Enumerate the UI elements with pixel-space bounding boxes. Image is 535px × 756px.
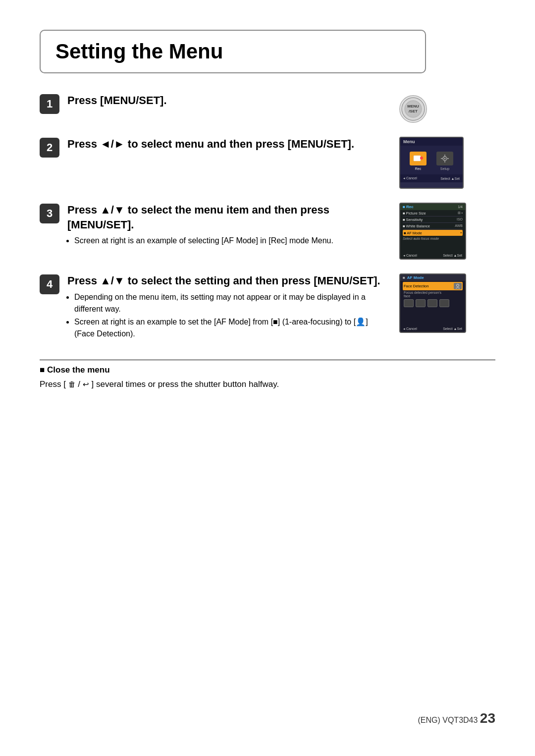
page-footer: (ENG) VQT3D43 23 [418,710,495,726]
back-icon: ↩ [83,380,89,388]
step-3-row: 3 Press ▲/▼ to select the menu item and … [40,203,495,260]
screen-3: ■ Rec 1/4 ■ Picture Size⊞ • ■ Sensitivit… [399,203,466,260]
step-3-badge: 3 [40,204,59,223]
step-4-image: ■ AF Mode Face Detection Focus detected … [399,273,466,333]
svg-text:MENU: MENU [407,104,419,108]
page-container: Setting the Menu 1 Press [MENU/SET]. MEN… [0,0,535,756]
screen-2: Menu Rec [399,137,464,189]
svg-point-7 [444,158,446,160]
step-1-badge: 1 [40,94,59,114]
step-2-content: Press ◄/► to select menu and then press … [67,137,384,154]
step-1-content: Press [MENU/SET]. [67,93,384,110]
step-3-content: Press ▲/▼ to select the menu item and th… [67,203,384,248]
step-4-badge: 4 [40,274,59,294]
close-menu-title: ■ Close the menu [40,365,495,375]
step-4-title: Press ▲/▼ to select the setting and then… [67,273,384,288]
step-1-row: 1 Press [MENU/SET]. MENU /SET [40,93,495,123]
step-3-bullet-1: Screen at right is an example of selecti… [74,235,384,247]
step-4-bullet-2: Screen at right is an example to set the… [74,316,384,340]
step-4-bullet-1: Depending on the menu item, its setting … [74,291,384,315]
trash-icon: 🗑 [68,380,76,388]
menu-set-icon: MENU /SET [399,95,427,123]
title-box: Setting the Menu [40,30,426,73]
close-menu-text: Press [ 🗑 / ↩ ] several times or press t… [40,378,495,391]
step-2-image: Menu Rec [399,137,464,189]
screen-4: ■ AF Mode Face Detection Focus detected … [399,273,466,333]
step-3-bullets: Screen at right is an example of selecti… [74,235,384,247]
step-3-title: Press ▲/▼ to select the menu item and th… [67,203,384,232]
step-3-image: ■ Rec 1/4 ■ Picture Size⊞ • ■ Sensitivit… [399,203,466,260]
step-4-row: 4 Press ▲/▼ to select the setting and th… [40,273,495,341]
step-1-image: MENU /SET [399,93,427,123]
step-2-row: 2 Press ◄/► to select menu and then pres… [40,137,495,189]
step-4-bullets: Depending on the menu item, its setting … [74,291,384,340]
footer-text: (ENG) VQT3D43 [418,716,478,724]
step-2-badge: 2 [40,138,59,158]
svg-point-5 [420,157,423,160]
step-4-content: Press ▲/▼ to select the setting and then… [67,273,384,341]
svg-rect-4 [414,156,421,161]
svg-point-12 [457,284,459,287]
step-1-title: Press [MENU/SET]. [67,93,384,108]
close-menu-section: ■ Close the menu Press [ 🗑 / ↩ ] several… [40,360,495,391]
page-number: 23 [480,710,495,726]
steps-area: 1 Press [MENU/SET]. MENU /SET 2 [40,93,495,355]
step-2-title: Press ◄/► to select menu and then press … [67,137,384,152]
svg-text:/SET: /SET [409,109,418,113]
page-title: Setting the Menu [55,40,223,63]
